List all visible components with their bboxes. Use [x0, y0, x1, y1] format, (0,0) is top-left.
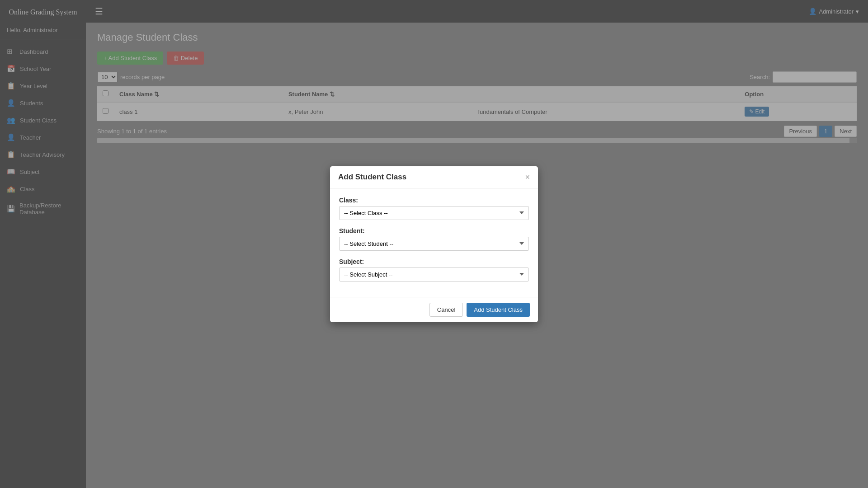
class-label: Class: [339, 197, 529, 204]
modal-body: Class: -- Select Class -- Student: -- Se… [330, 188, 538, 297]
subject-select[interactable]: -- Select Subject -- [339, 267, 529, 282]
student-select[interactable]: -- Select Student -- [339, 237, 529, 251]
subject-label: Subject: [339, 258, 529, 265]
cancel-button[interactable]: Cancel [429, 303, 463, 317]
class-form-group: Class: -- Select Class -- [339, 197, 529, 220]
submit-add-button[interactable]: Add Student Class [467, 303, 530, 317]
modal-overlay: Add Student Class × Class: -- Select Cla… [0, 0, 868, 488]
class-select[interactable]: -- Select Class -- [339, 206, 529, 220]
add-student-class-modal: Add Student Class × Class: -- Select Cla… [330, 166, 538, 322]
student-form-group: Student: -- Select Student -- [339, 227, 529, 251]
modal-header: Add Student Class × [330, 166, 538, 188]
student-label: Student: [339, 227, 529, 235]
modal-footer: Cancel Add Student Class [330, 297, 538, 322]
subject-form-group: Subject: -- Select Subject -- [339, 258, 529, 282]
modal-title: Add Student Class [338, 173, 406, 182]
modal-close-button[interactable]: × [525, 173, 530, 181]
